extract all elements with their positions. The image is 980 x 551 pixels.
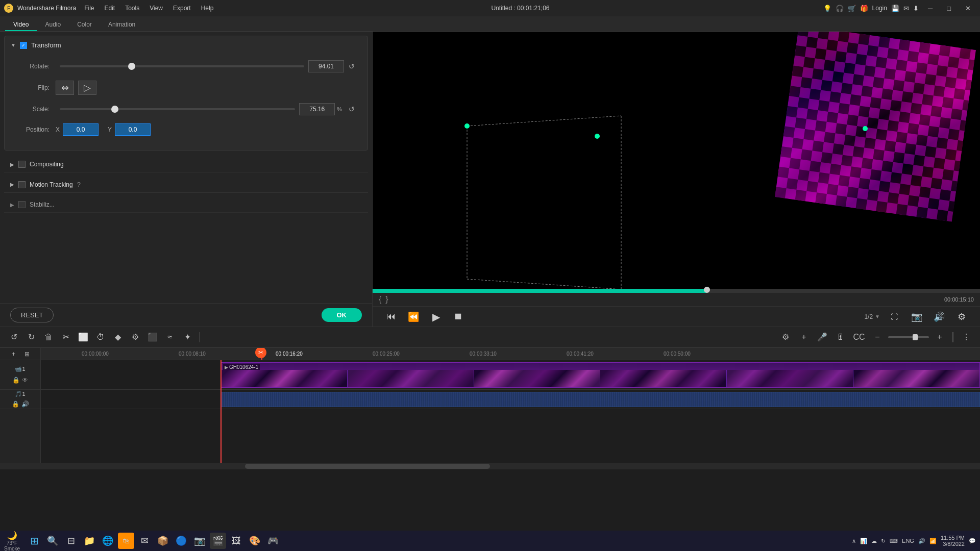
video-eye-icon[interactable]: 👁 <box>22 377 28 384</box>
snapshot-button[interactable]: 📷 <box>909 309 925 325</box>
audio-track[interactable] <box>41 390 980 409</box>
maximize-button[interactable]: □ <box>942 4 956 13</box>
skip-back-button[interactable]: ⏮ <box>383 309 399 325</box>
quality-selector[interactable]: 1/2 ▼ <box>864 313 880 320</box>
cart-icon[interactable]: 🛒 <box>848 5 856 12</box>
taskbar-keyboard[interactable]: ⌨ <box>890 538 898 544</box>
network-icon[interactable]: 📶 <box>929 538 937 544</box>
taskbar-sync[interactable]: ↻ <box>881 538 886 544</box>
tab-video[interactable]: Video <box>5 19 37 31</box>
split-button[interactable]: ⚙ <box>128 330 143 344</box>
scale-reset[interactable]: ↺ <box>346 104 357 115</box>
stabilization-arrow[interactable]: ▶ <box>10 202 14 208</box>
taskbar-chrome[interactable]: 🔵 <box>173 533 189 549</box>
scroll-thumb[interactable] <box>245 464 490 469</box>
progress-thumb[interactable] <box>704 287 710 293</box>
add-media-button[interactable]: + <box>8 348 19 360</box>
headset-icon[interactable]: 🎧 <box>836 5 844 12</box>
transform-header[interactable]: ▼ ✓ Transform <box>5 36 368 54</box>
more-button[interactable]: ⋮ <box>959 330 974 344</box>
taskbar-cloud[interactable]: ☁ <box>871 538 877 544</box>
notification-icon[interactable]: 💬 <box>969 538 976 544</box>
compositing-arrow[interactable]: ▶ <box>10 162 14 167</box>
quality-dropdown-arrow[interactable]: ▼ <box>875 314 880 319</box>
compositing-checkbox[interactable] <box>18 161 26 168</box>
redo-button[interactable]: ↻ <box>23 330 39 344</box>
scale-thumb[interactable] <box>111 106 118 113</box>
handle-tl[interactable] <box>863 126 868 131</box>
taskbar-dropbox[interactable]: 📦 <box>155 533 171 549</box>
scale-value[interactable]: 75.16 <box>299 103 335 115</box>
flip-horizontal-button[interactable]: ⇔ <box>56 81 74 95</box>
flip-vertical-button[interactable]: ▷ <box>78 81 96 95</box>
x-value-input[interactable]: 0.0 <box>63 123 99 136</box>
menu-file[interactable]: File <box>80 4 98 13</box>
start-button[interactable]: ⊞ <box>26 533 42 549</box>
task-view[interactable]: ⊟ <box>63 533 79 549</box>
crop-button[interactable]: ⬜ <box>76 330 91 344</box>
video-lock-icon[interactable]: 🔒 <box>12 377 20 384</box>
menu-export[interactable]: Export <box>169 4 195 13</box>
volume-button[interactable]: 🔊 <box>931 309 947 325</box>
stabilization-checkbox[interactable] <box>18 201 26 208</box>
rotate-slider[interactable] <box>60 65 304 67</box>
cc-button[interactable]: CC <box>851 330 867 344</box>
rotate-value[interactable]: 94.01 <box>308 60 344 72</box>
speed-button[interactable]: ⏱ <box>93 330 108 344</box>
keyframe-button[interactable]: ◆ <box>110 330 126 344</box>
taskbar-camera[interactable]: 📷 <box>191 533 208 549</box>
tab-color[interactable]: Color <box>69 19 100 31</box>
video-clip[interactable]: ▶ GH010624-1 <box>220 362 980 388</box>
tab-audio[interactable]: Audio <box>37 19 69 31</box>
taskbar-edge[interactable]: 🌐 <box>100 533 116 549</box>
clock[interactable]: 11:55 PM 3/8/2022 <box>941 535 965 547</box>
menu-edit[interactable]: Edit <box>101 4 119 13</box>
audio-volume-icon[interactable]: 🔊 <box>21 400 29 408</box>
play-button[interactable]: ▶ <box>428 309 444 325</box>
stop-button[interactable]: ⏹ <box>450 309 467 325</box>
audio-lock-icon[interactable]: 🔒 <box>12 400 19 408</box>
zoom-out-button[interactable]: − <box>870 330 885 344</box>
search-taskbar[interactable]: 🔍 <box>44 533 61 549</box>
menu-tools[interactable]: Tools <box>121 4 143 13</box>
login-button[interactable]: Login <box>872 5 887 12</box>
taskbar-store[interactable]: 🛍 <box>118 533 134 549</box>
add-track[interactable]: + <box>796 330 812 344</box>
rotate-reset[interactable]: ↺ <box>346 61 357 72</box>
show-hidden-icons[interactable]: ∧ <box>852 538 856 544</box>
cut-button[interactable]: ✂ <box>58 330 74 344</box>
transform-tool[interactable]: ⬛ <box>145 330 160 344</box>
rotate-thumb[interactable] <box>128 63 135 70</box>
settings-button[interactable]: ⚙ <box>953 309 970 325</box>
y-value-input[interactable]: 0.0 <box>115 123 151 136</box>
zoom-slider[interactable] <box>888 336 929 338</box>
close-button[interactable]: ✕ <box>960 4 976 13</box>
reset-button[interactable]: RESET <box>10 308 54 322</box>
step-back-button[interactable]: ⏪ <box>405 309 422 325</box>
taskbar-extra[interactable]: 🎮 <box>265 533 281 549</box>
progress-bar[interactable] <box>373 289 980 293</box>
zoom-in-button[interactable]: + <box>932 330 947 344</box>
save-icon[interactable]: 💾 <box>891 5 899 12</box>
menu-view[interactable]: View <box>145 4 167 13</box>
taskbar-mail[interactable]: ✉ <box>136 533 153 549</box>
audio-clip[interactable] <box>220 392 980 407</box>
download-icon[interactable]: ⬇ <box>913 5 919 12</box>
mark-in-button[interactable]: { <box>379 295 381 304</box>
taskbar-bars[interactable]: 📊 <box>860 538 867 544</box>
ok-button[interactable]: OK <box>322 308 362 322</box>
motion-tracking-arrow[interactable]: ▶ <box>10 182 14 187</box>
menu-help[interactable]: Help <box>197 4 218 13</box>
taskbar-filmora[interactable]: 🎬 <box>210 533 226 549</box>
minimize-button[interactable]: ─ <box>923 4 938 13</box>
volume-icon[interactable]: 🔊 <box>918 538 925 544</box>
track-settings[interactable]: ⚙ <box>778 330 793 344</box>
motion-tracking-checkbox[interactable] <box>18 181 26 188</box>
undo-button[interactable]: ↺ <box>6 330 21 344</box>
lang-indicator[interactable]: ENG <box>902 538 914 544</box>
scale-slider[interactable] <box>60 108 295 110</box>
ai-button[interactable]: ✦ <box>180 330 195 344</box>
mail-icon[interactable]: ✉ <box>903 5 909 12</box>
voice-button[interactable]: 🎤 <box>815 330 830 344</box>
bulb-icon[interactable]: 💡 <box>823 5 831 12</box>
